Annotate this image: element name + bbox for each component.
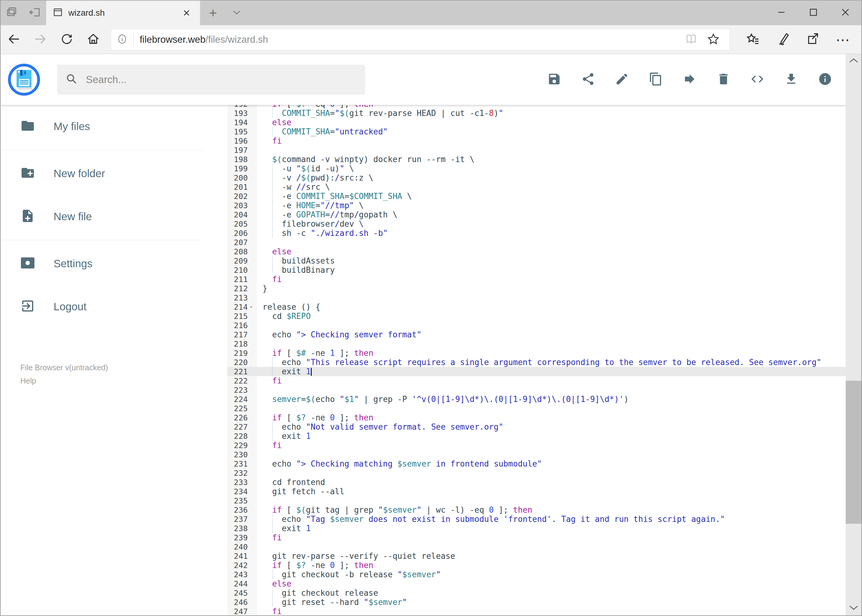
code-text[interactable]: -e HOME="//tmp" \ bbox=[257, 201, 861, 210]
code-text[interactable]: fi bbox=[257, 376, 861, 385]
scrollbar-thumb[interactable] bbox=[846, 381, 861, 524]
code-text[interactable]: $(command -v winpty) docker run --rm -it… bbox=[257, 155, 861, 164]
browser-tab[interactable]: wizard.sh ✕ bbox=[46, 1, 200, 25]
code-text[interactable]: git rev-parse --verify --quiet release bbox=[257, 552, 861, 561]
new-tab-button[interactable]: + bbox=[200, 1, 226, 25]
code-text[interactable]: sh -c "./wizard.sh -b" bbox=[257, 228, 861, 238]
favorites-hub-button[interactable] bbox=[738, 27, 768, 52]
code-text[interactable]: echo "Not valid semver format. See semve… bbox=[257, 422, 861, 432]
info-button[interactable] bbox=[813, 68, 837, 92]
code-line[interactable]: 216 bbox=[227, 321, 861, 330]
code-line[interactable]: 226 if [ $? -ne 0 ]; then bbox=[227, 413, 861, 422]
code-text[interactable]: fi bbox=[257, 136, 861, 146]
window-close-button[interactable] bbox=[829, 1, 861, 25]
code-text[interactable]: exit 1 bbox=[257, 367, 861, 376]
code-text[interactable] bbox=[257, 146, 861, 155]
code-text[interactable]: if [ $? -eq 0 ]; then bbox=[257, 105, 861, 108]
code-text[interactable]: release () { bbox=[257, 302, 861, 311]
code-text[interactable]: fi bbox=[257, 533, 861, 542]
code-text[interactable]: cd frontend bbox=[257, 478, 861, 487]
code-line[interactable]: 234 git fetch --all bbox=[227, 487, 861, 496]
code-line[interactable]: 225 bbox=[227, 404, 861, 413]
code-line[interactable]: 194 else bbox=[227, 118, 861, 127]
code-text[interactable] bbox=[257, 321, 861, 330]
code-text[interactable]: if [ $? -ne 0 ]; then bbox=[257, 561, 861, 570]
code-line[interactable]: 232 bbox=[227, 468, 861, 478]
code-text[interactable]: if [ $(git tag | grep "$semver" | wc -l)… bbox=[257, 505, 861, 514]
code-line[interactable]: 227 echo "Not valid semver format. See s… bbox=[227, 422, 861, 432]
page-scrollbar[interactable] bbox=[846, 54, 861, 615]
code-line[interactable]: 241 git rev-parse --verify --quiet relea… bbox=[227, 552, 861, 561]
code-text[interactable]: exit 1 bbox=[257, 432, 861, 441]
code-line[interactable]: 247 fi bbox=[227, 607, 861, 615]
reading-view-button[interactable] bbox=[680, 33, 702, 47]
code-line[interactable]: 214▾release () { bbox=[227, 302, 861, 311]
code-text[interactable]: -e COMMIT_SHA=$COMMIT_SHA \ bbox=[257, 192, 861, 201]
code-button[interactable] bbox=[745, 68, 770, 92]
code-text[interactable]: if [ $# -ne 1 ]; then bbox=[257, 349, 861, 358]
sidebar-item-new-file[interactable]: New file bbox=[1, 195, 227, 238]
code-text[interactable]: semver=$(echo "$1" | grep -P '^v(0|[1-9]… bbox=[257, 394, 861, 404]
code-line[interactable]: 206 sh -c "./wizard.sh -b" bbox=[227, 228, 861, 238]
code-editor[interactable]: 192 if [ $? -eq 0 ]; then193 COMMIT_SHA=… bbox=[227, 105, 861, 615]
sidebar-item-logout[interactable]: Logout bbox=[1, 285, 227, 328]
code-line[interactable]: 224 semver=$(echo "$1" | grep -P '^v(0|[… bbox=[227, 394, 861, 404]
code-text[interactable] bbox=[257, 542, 861, 552]
code-text[interactable]: git checkout -b release "$semver" bbox=[257, 570, 861, 579]
code-text[interactable]: filebrowser/dev \ bbox=[257, 219, 861, 228]
code-line[interactable]: 212} bbox=[227, 284, 861, 293]
code-text[interactable]: echo "Tag $semver does not exist in subm… bbox=[257, 514, 861, 524]
code-line[interactable]: 211 fi bbox=[227, 275, 861, 284]
settings-menu-button[interactable]: ⋯ bbox=[828, 27, 858, 52]
code-text[interactable]: cd $REPO bbox=[257, 311, 861, 321]
code-text[interactable]: fi bbox=[257, 275, 861, 284]
code-line[interactable]: 205 filebrowser/dev \ bbox=[227, 219, 861, 228]
tab-preview-button[interactable] bbox=[226, 1, 247, 25]
code-line[interactable]: 213 bbox=[227, 293, 861, 302]
code-line[interactable]: 243 git checkout -b release "$semver" bbox=[227, 570, 861, 579]
code-text[interactable]: -v /$(pwd):/src:z \ bbox=[257, 173, 861, 182]
sidebar-item-new-folder[interactable]: New folder bbox=[1, 152, 227, 195]
code-line[interactable]: 215 cd $REPO bbox=[227, 311, 861, 321]
code-line[interactable]: 240 bbox=[227, 542, 861, 552]
copy-button[interactable] bbox=[643, 68, 668, 92]
code-line[interactable]: 202 -e COMMIT_SHA=$COMMIT_SHA \ bbox=[227, 192, 861, 201]
code-line[interactable]: 218 bbox=[227, 339, 861, 349]
code-text[interactable]: exit 1 bbox=[257, 524, 861, 533]
code-line[interactable]: 207 bbox=[227, 238, 861, 247]
fold-arrow-icon[interactable]: ▾ bbox=[248, 304, 255, 310]
code-line[interactable]: 242 if [ $? -ne 0 ]; then bbox=[227, 561, 861, 570]
code-text[interactable]: -u "$(id -u)" \ bbox=[257, 164, 861, 173]
code-text[interactable]: echo "> Checking matching $semver in fro… bbox=[257, 459, 861, 468]
code-line[interactable]: 197 bbox=[227, 146, 861, 155]
code-text[interactable]: echo "> Checking semver format" bbox=[257, 330, 861, 339]
code-line[interactable]: 228 exit 1 bbox=[227, 432, 861, 441]
restore-tabs-button[interactable] bbox=[24, 1, 46, 25]
home-button[interactable] bbox=[80, 27, 107, 52]
code-line[interactable]: 221 exit 1 bbox=[227, 367, 861, 376]
add-favorite-button[interactable] bbox=[702, 33, 725, 47]
code-line[interactable]: 203 -e HOME="//tmp" \ bbox=[227, 201, 861, 210]
refresh-button[interactable] bbox=[54, 27, 80, 52]
code-text[interactable]: if [ $? -ne 0 ]; then bbox=[257, 413, 861, 422]
download-button[interactable] bbox=[779, 68, 804, 92]
code-text[interactable] bbox=[257, 496, 861, 505]
web-note-button[interactable] bbox=[768, 27, 798, 52]
address-bar[interactable]: filebrowser.web/files/wizard.sh bbox=[111, 29, 730, 50]
code-line[interactable]: 222 fi bbox=[227, 376, 861, 385]
code-line[interactable]: 237 echo "Tag $semver does not exist in … bbox=[227, 514, 861, 524]
share-button[interactable] bbox=[576, 68, 600, 92]
save-button[interactable] bbox=[542, 68, 567, 92]
code-line[interactable]: 204 -e GOPATH=//tmp/gopath \ bbox=[227, 210, 861, 219]
code-line[interactable]: 235 bbox=[227, 496, 861, 505]
code-text[interactable] bbox=[257, 450, 861, 459]
code-line[interactable]: 238 exit 1 bbox=[227, 524, 861, 533]
search-input[interactable] bbox=[86, 74, 357, 85]
code-line[interactable]: 219 if [ $# -ne 1 ]; then bbox=[227, 349, 861, 358]
code-line[interactable]: 220 echo "This release script requires a… bbox=[227, 358, 861, 367]
window-minimize-button[interactable] bbox=[765, 1, 797, 25]
help-link[interactable]: Help bbox=[20, 376, 108, 385]
code-text[interactable]: } bbox=[257, 284, 861, 293]
scroll-down-button[interactable] bbox=[846, 602, 861, 615]
site-info-icon[interactable] bbox=[116, 33, 128, 46]
